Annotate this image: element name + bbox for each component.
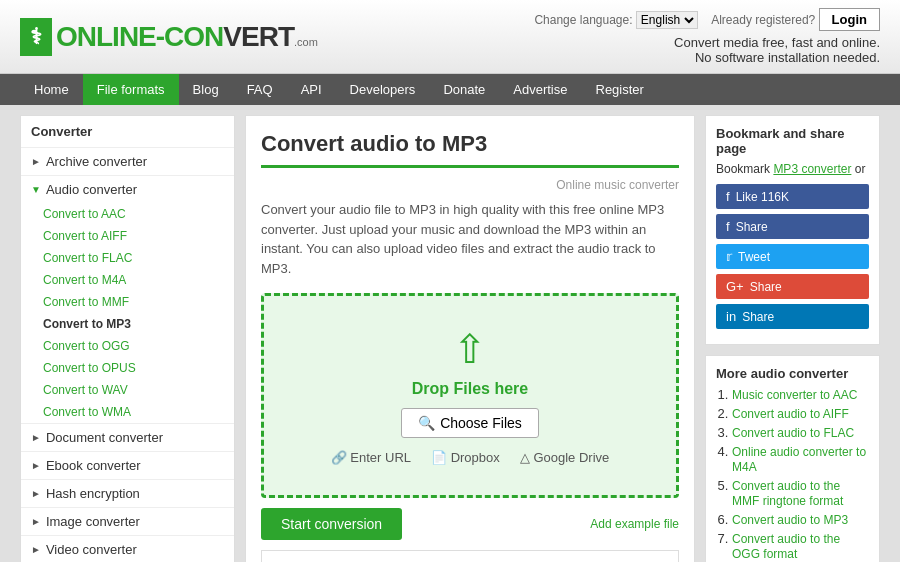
sidebar-document-header[interactable]: ► Document converter xyxy=(21,424,234,451)
dropbox-link[interactable]: 📄 Dropbox xyxy=(431,450,500,465)
sidebar-item-ogg[interactable]: Convert to OGG xyxy=(21,335,234,357)
enter-url-link[interactable]: 🔗 Enter URL xyxy=(331,450,411,465)
bookmark-widget: Bookmark and share page Bookmark MP3 con… xyxy=(705,115,880,345)
navigation: Home File formats Blog FAQ API Developer… xyxy=(0,74,900,105)
dropbox-label: Dropbox xyxy=(451,450,500,465)
nav-api[interactable]: API xyxy=(287,74,336,105)
facebook-share-button[interactable]: f Share xyxy=(716,214,869,239)
nav-donate[interactable]: Donate xyxy=(429,74,499,105)
sidebar-item-m4a[interactable]: Convert to M4A xyxy=(21,269,234,291)
sidebar-item-aiff[interactable]: Convert to AIFF xyxy=(21,225,234,247)
arrow-icon-ebook: ► xyxy=(31,460,41,471)
sidebar-item-flac[interactable]: Convert to FLAC xyxy=(21,247,234,269)
google-share-button[interactable]: G+ Share xyxy=(716,274,869,299)
sidebar-video-header[interactable]: ► Video converter xyxy=(21,536,234,562)
sidebar-video-label: Video converter xyxy=(46,542,137,557)
facebook-like-button[interactable]: f Like 116K xyxy=(716,184,869,209)
nav-advertise[interactable]: Advertise xyxy=(499,74,581,105)
list-item: Music converter to AAC xyxy=(732,387,869,402)
sidebar-title: Converter xyxy=(21,116,234,148)
login-button[interactable]: Login xyxy=(819,8,880,31)
google-drive-link[interactable]: △ Google Drive xyxy=(520,450,610,465)
logo-box: ⚕ xyxy=(20,18,52,56)
linkedin-icon: in xyxy=(726,309,736,324)
add-example-link[interactable]: Add example file xyxy=(590,517,679,531)
drop-zone[interactable]: ⇧ Drop Files here 🔍 Choose Files 🔗 Enter… xyxy=(261,293,679,498)
sidebar-item-mp3[interactable]: Convert to MP3 xyxy=(21,313,234,335)
tagline2: No software installation needed. xyxy=(695,50,880,65)
google-icon: G+ xyxy=(726,279,744,294)
list-item: Convert audio to FLAC xyxy=(732,425,869,440)
arrow-icon-hash: ► xyxy=(31,488,41,499)
nav-developers[interactable]: Developers xyxy=(336,74,430,105)
logo-com: .com xyxy=(294,36,318,48)
more-item-flac[interactable]: Convert audio to FLAC xyxy=(732,426,854,440)
facebook-icon: f xyxy=(726,189,730,204)
logo-area: ⚕ ONLINE-CONVERT.com xyxy=(20,18,318,56)
lang-area[interactable]: Change language: English Already registe… xyxy=(534,8,880,31)
language-select[interactable]: English xyxy=(636,11,698,29)
drop-text: Drop Files here xyxy=(284,380,656,398)
enter-url-label: Enter URL xyxy=(350,450,411,465)
header-right: Change language: English Already registe… xyxy=(534,8,880,65)
sidebar-image-label: Image converter xyxy=(46,514,140,529)
nav-home[interactable]: Home xyxy=(20,74,83,105)
more-item-ogg[interactable]: Convert audio to the OGG format xyxy=(732,532,840,561)
sidebar-section-hash: ► Hash encryption xyxy=(21,480,234,508)
logo-vert: VERT xyxy=(223,21,294,53)
action-row: Start conversion Add example file xyxy=(261,508,679,540)
twitter-tweet-button[interactable]: 𝕣 Tweet xyxy=(716,244,869,269)
google-label: Share xyxy=(750,280,782,294)
link-icon: 🔗 xyxy=(331,450,347,465)
bookmark-link[interactable]: MP3 converter xyxy=(773,162,851,176)
nav-register[interactable]: Register xyxy=(582,74,658,105)
more-item-mp3[interactable]: Convert audio to MP3 xyxy=(732,513,848,527)
nav-faq[interactable]: FAQ xyxy=(233,74,287,105)
list-item: Online audio converter to M4A xyxy=(732,444,869,474)
linkedin-share-button[interactable]: in Share xyxy=(716,304,869,329)
start-conversion-button[interactable]: Start conversion xyxy=(261,508,402,540)
more-item-m4a[interactable]: Online audio converter to M4A xyxy=(732,445,866,474)
already-text: Already registered? xyxy=(711,13,815,27)
list-item: Convert audio to the MMF ringtone format xyxy=(732,478,869,508)
sidebar: Converter ► Archive converter ▼ Audio co… xyxy=(20,115,235,562)
sidebar-section-document: ► Document converter xyxy=(21,424,234,452)
choose-files-button[interactable]: 🔍 Choose Files xyxy=(401,408,539,438)
bookmark-title: Bookmark and share page xyxy=(716,126,869,156)
sidebar-ebook-label: Ebook converter xyxy=(46,458,141,473)
logo-online: ONLINE-CON xyxy=(56,21,223,53)
nav-file-formats[interactable]: File formats xyxy=(83,74,179,105)
sidebar-image-header[interactable]: ► Image converter xyxy=(21,508,234,535)
list-item: Convert audio to MP3 xyxy=(732,512,869,527)
sidebar-section-image: ► Image converter xyxy=(21,508,234,536)
bookmark-text: Bookmark MP3 converter or xyxy=(716,162,869,176)
arrow-icon-audio: ▼ xyxy=(31,184,41,195)
arrow-icon-image: ► xyxy=(31,516,41,527)
more-converters-list: Music converter to AAC Convert audio to … xyxy=(716,387,869,561)
bookmark-label: Bookmark xyxy=(716,162,770,176)
search-icon: 🔍 xyxy=(418,415,435,431)
sidebar-item-aac[interactable]: Convert to AAC xyxy=(21,203,234,225)
sidebar-audio-header[interactable]: ▼ Audio converter xyxy=(21,176,234,203)
list-item: Convert audio to the OGG format xyxy=(732,531,869,561)
sidebar-hash-label: Hash encryption xyxy=(46,486,140,501)
sidebar-archive-header[interactable]: ► Archive converter xyxy=(21,148,234,175)
right-sidebar: Bookmark and share page Bookmark MP3 con… xyxy=(705,115,880,562)
sidebar-hash-header[interactable]: ► Hash encryption xyxy=(21,480,234,507)
nav-blog[interactable]: Blog xyxy=(179,74,233,105)
more-item-mmf[interactable]: Convert audio to the MMF ringtone format xyxy=(732,479,843,508)
more-item-aiff[interactable]: Convert audio to AIFF xyxy=(732,407,849,421)
sidebar-item-mmf[interactable]: Convert to MMF xyxy=(21,291,234,313)
description: Convert your audio file to MP3 in high q… xyxy=(261,200,679,278)
page-title: Convert audio to MP3 xyxy=(261,131,679,168)
sidebar-ebook-header[interactable]: ► Ebook converter xyxy=(21,452,234,479)
facebook-share-icon: f xyxy=(726,219,730,234)
sidebar-document-label: Document converter xyxy=(46,430,163,445)
facebook-share-label: Share xyxy=(736,220,768,234)
sidebar-item-wma[interactable]: Convert to WMA xyxy=(21,401,234,423)
choose-files-label: Choose Files xyxy=(440,415,522,431)
more-item-aac[interactable]: Music converter to AAC xyxy=(732,388,857,402)
dropbox-icon: 📄 xyxy=(431,450,447,465)
sidebar-item-wav[interactable]: Convert to WAV xyxy=(21,379,234,401)
sidebar-item-opus[interactable]: Convert to OPUS xyxy=(21,357,234,379)
